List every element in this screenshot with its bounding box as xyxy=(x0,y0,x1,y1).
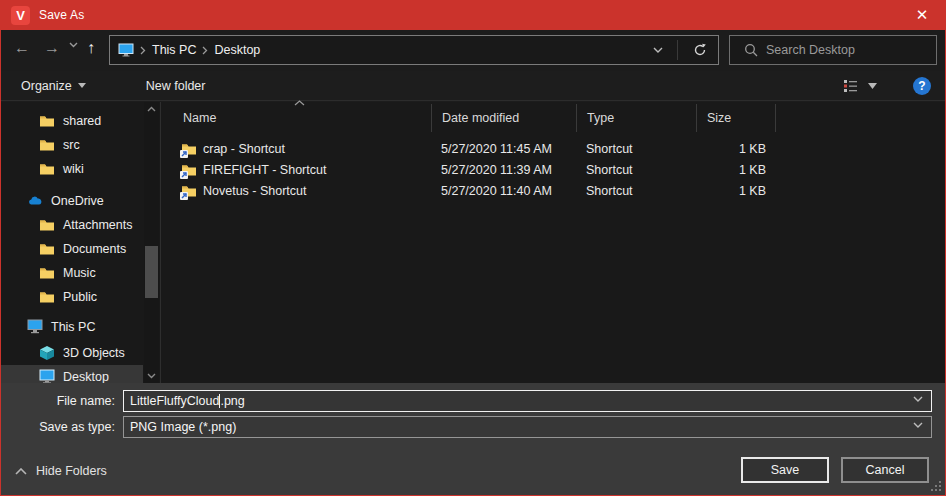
file-date: 5/27/2020 11:45 AM xyxy=(431,142,576,156)
column-header-name[interactable]: Name xyxy=(161,104,431,132)
folder-icon xyxy=(39,137,55,153)
folder-icon xyxy=(39,113,55,129)
sidebar-item-attachments[interactable]: Attachments xyxy=(1,213,143,237)
cancel-button-label: Cancel xyxy=(866,463,905,477)
navigation-pane: shared src wiki OneDrive Attachments Doc… xyxy=(1,102,161,383)
folder-icon xyxy=(39,289,55,305)
cancel-button[interactable]: Cancel xyxy=(841,457,929,483)
refresh-button[interactable] xyxy=(682,43,718,57)
recent-locations-chevron-icon[interactable] xyxy=(69,42,78,48)
column-header-date-modified[interactable]: Date modified xyxy=(431,104,576,132)
column-header-type[interactable]: Type xyxy=(576,104,696,132)
organize-button[interactable]: Organize xyxy=(11,71,96,100)
sidebar-item-label: OneDrive xyxy=(51,194,104,208)
close-button[interactable]: ✕ xyxy=(899,0,945,30)
file-name-text-after: .png xyxy=(220,394,244,408)
folder-icon xyxy=(39,265,55,281)
search-box[interactable] xyxy=(729,35,937,65)
column-headers: Name Date modified Type Size xyxy=(161,104,776,132)
forward-button[interactable]: → xyxy=(44,39,60,57)
sidebar-item-label: Attachments xyxy=(63,218,132,232)
sidebar-item-public[interactable]: Public xyxy=(1,285,143,309)
command-toolbar: Organize New folder ? xyxy=(1,71,945,101)
help-button[interactable]: ? xyxy=(913,77,931,95)
content-area: shared src wiki OneDrive Attachments Doc… xyxy=(1,102,945,383)
file-row-crap-shortcut[interactable]: crap - Shortcut 5/27/2020 11:45 AM Short… xyxy=(161,138,776,159)
view-details-icon[interactable] xyxy=(843,79,858,92)
file-size: 1 KB xyxy=(696,142,776,156)
column-label: Type xyxy=(587,111,614,125)
file-name-input[interactable]: LittleFluffyCloud.png xyxy=(123,390,932,412)
help-icon: ? xyxy=(918,79,925,93)
sidebar-item-shared[interactable]: shared xyxy=(1,109,143,133)
resize-grip[interactable] xyxy=(931,481,942,492)
address-divider xyxy=(677,40,678,60)
this-pc-monitor-icon xyxy=(118,43,134,57)
sidebar-item-music[interactable]: Music xyxy=(1,261,143,285)
file-row-novetus-shortcut[interactable]: Novetus - Shortcut 5/27/2020 11:40 AM Sh… xyxy=(161,180,776,201)
file-name: crap - Shortcut xyxy=(203,142,285,156)
file-name-panel: File name: LittleFluffyCloud.png Save as… xyxy=(1,383,945,447)
sidebar-item-label: Desktop xyxy=(63,370,109,384)
dropdown-triangle-icon xyxy=(78,83,86,88)
folder-icon xyxy=(39,217,55,233)
up-button[interactable]: ↑ xyxy=(87,39,95,57)
shortcut-arrow-icon xyxy=(180,192,188,200)
onedrive-cloud-icon xyxy=(27,193,43,209)
chevron-up-icon xyxy=(15,468,27,475)
column-header-size[interactable]: Size xyxy=(696,104,776,132)
file-type: Shortcut xyxy=(576,184,696,198)
file-name: FIREFIGHT - Shortcut xyxy=(203,163,326,177)
navigation-bar: ← → ↑ This PC Desktop xyxy=(1,30,945,71)
sidebar-scrollbar[interactable] xyxy=(144,102,159,383)
sidebar-item-this-pc[interactable]: This PC xyxy=(1,315,143,339)
save-as-type-label: Save as type: xyxy=(1,420,123,434)
sidebar-item-label: Music xyxy=(63,266,96,280)
hide-folders-button[interactable]: Hide Folders xyxy=(15,464,107,478)
file-name: Novetus - Shortcut xyxy=(203,184,307,198)
breadcrumb-this-pc[interactable]: This PC xyxy=(146,43,202,57)
file-size: 1 KB xyxy=(696,163,776,177)
folder-shortcut-icon xyxy=(181,162,197,178)
search-icon xyxy=(744,43,758,57)
monitor-icon xyxy=(27,319,43,335)
search-input[interactable] xyxy=(766,43,916,57)
sidebar-item-label: src xyxy=(63,138,80,152)
scrollbar-thumb[interactable] xyxy=(145,246,158,298)
sidebar-item-documents[interactable]: Documents xyxy=(1,237,143,261)
sidebar-item-3d-objects[interactable]: 3D Objects xyxy=(1,341,143,365)
folder-icon xyxy=(39,161,55,177)
dialog-footer: Hide Folders Save Cancel xyxy=(1,447,945,495)
file-date: 5/27/2020 11:40 AM xyxy=(431,184,576,198)
save-button[interactable]: Save xyxy=(741,457,829,483)
file-name-label: File name: xyxy=(1,394,123,408)
scroll-down-icon[interactable] xyxy=(144,369,159,383)
back-button[interactable]: ← xyxy=(14,39,30,57)
sidebar-item-wiki[interactable]: wiki xyxy=(1,157,143,181)
breadcrumb-desktop[interactable]: Desktop xyxy=(208,43,266,57)
file-size: 1 KB xyxy=(696,184,776,198)
file-row-firefight-shortcut[interactable]: FIREFIGHT - Shortcut 5/27/2020 11:39 AM … xyxy=(161,159,776,180)
hide-folders-label: Hide Folders xyxy=(36,464,107,478)
address-dropdown-chevron-icon[interactable] xyxy=(643,47,673,54)
sidebar-item-onedrive[interactable]: OneDrive xyxy=(1,189,143,213)
save-as-type-select[interactable]: PNG Image (*.png) xyxy=(123,416,932,438)
sidebar-item-label: 3D Objects xyxy=(63,346,125,360)
vivaldi-logo-icon: V xyxy=(11,6,30,25)
scroll-up-icon[interactable] xyxy=(144,102,159,116)
folder-icon xyxy=(39,241,55,257)
sidebar-item-label: shared xyxy=(63,114,101,128)
address-bar[interactable]: This PC Desktop xyxy=(109,35,719,65)
sidebar-item-label: Public xyxy=(63,290,97,304)
file-date: 5/27/2020 11:39 AM xyxy=(431,163,576,177)
file-name-dropdown-chevron-icon[interactable] xyxy=(913,396,923,403)
new-folder-button[interactable]: New folder xyxy=(136,71,216,100)
save-as-dialog: V Save As ✕ ← → ↑ This PC Desktop xyxy=(0,0,946,496)
sidebar-item-src[interactable]: src xyxy=(1,133,143,157)
shortcut-arrow-icon xyxy=(180,171,188,179)
save-as-type-dropdown-chevron-icon[interactable] xyxy=(913,422,923,429)
window-title: Save As xyxy=(39,8,84,22)
shortcut-arrow-icon xyxy=(180,150,188,158)
folder-shortcut-icon xyxy=(181,183,197,199)
view-options-chevron-icon[interactable] xyxy=(868,83,877,89)
